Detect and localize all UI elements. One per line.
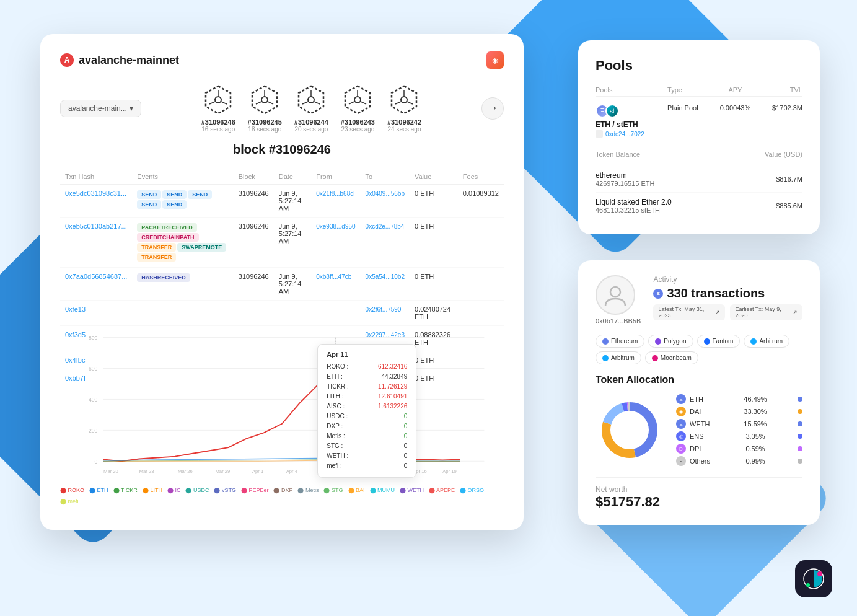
chain-badge-ethereum[interactable]: Ethereum bbox=[596, 335, 644, 348]
event-tag: CREDITCHAINPATH bbox=[137, 233, 198, 242]
svg-point-16 bbox=[354, 97, 361, 103]
chart-container: Apr 11 ROKO :612.32416ETH :44.32849TICKR… bbox=[60, 332, 504, 524]
network-icon: A bbox=[60, 53, 74, 67]
blockchain-card: A avalanche-mainnet ◈ avalanche-main... … bbox=[40, 34, 524, 530]
tooltip-label: DXP : bbox=[327, 421, 343, 431]
tx-fees bbox=[458, 268, 504, 301]
tooltip-row: ETH :44.32849 bbox=[327, 372, 407, 382]
event-tag: PACKETRECEIVED bbox=[137, 223, 196, 232]
tooltip-row: LITH :12.610491 bbox=[327, 392, 407, 402]
chain-badge-arbitrum[interactable]: Arbitrum bbox=[596, 351, 641, 364]
chain-badge-moonbeam[interactable]: Moonbeam bbox=[645, 351, 698, 364]
chain-dot bbox=[750, 338, 757, 345]
eth-mini-icon: Ξ bbox=[653, 289, 663, 299]
tooltip-label: STG : bbox=[327, 441, 343, 451]
tx-value: 0 ETH bbox=[410, 218, 458, 268]
tx-row-3[interactable]: 0xfe130x2f6f...75900.02480724 ETH bbox=[60, 301, 504, 326]
tx-to[interactable]: 0xcd2e...78b4 bbox=[366, 223, 405, 230]
tx-row-0[interactable]: 0xe5dc031098c31...SENDSENDSENDSENDSEND31… bbox=[60, 185, 504, 218]
token-amount-eth: 426979.16515 ETH bbox=[596, 180, 654, 187]
legend-label: • Others bbox=[676, 456, 713, 466]
event-tag: SWAPREMOTE bbox=[177, 243, 226, 252]
tx-from[interactable]: 0xe938...d950 bbox=[316, 223, 355, 230]
block-item-4[interactable]: #31096242 24 secs ago bbox=[387, 84, 421, 133]
legend-label: Ξ ETH bbox=[676, 394, 713, 404]
tx-from[interactable]: 0xb8ff...47cb bbox=[316, 273, 351, 280]
tx-hash[interactable]: 0xeb5c0130ab217... bbox=[65, 222, 127, 230]
tx-date: Jun 9, 5:27:14 AM bbox=[274, 185, 311, 218]
legend-pct: 15.59% bbox=[744, 420, 767, 428]
svg-text:Mar 26: Mar 26 bbox=[178, 469, 193, 474]
svg-point-48 bbox=[610, 287, 620, 297]
chain-badge-arbitrum[interactable]: Arbitrum bbox=[744, 335, 789, 348]
tx-row-2[interactable]: 0x7aa0d56854687...HASHRECEIVED31096246Ju… bbox=[60, 268, 504, 301]
user-icon bbox=[603, 283, 628, 307]
tx-block: 31096246 bbox=[234, 268, 274, 301]
legend-color-dot bbox=[798, 434, 802, 439]
chain-dot bbox=[602, 338, 609, 345]
col-date: Date bbox=[274, 169, 311, 185]
svg-line-13 bbox=[314, 102, 320, 104]
block-number-4: #31096242 bbox=[387, 118, 421, 126]
svg-text:0: 0 bbox=[95, 459, 98, 465]
col-to: To bbox=[361, 169, 410, 185]
next-blocks-button[interactable]: → bbox=[481, 97, 504, 120]
tx-hash[interactable]: 0x7aa0d56854687... bbox=[65, 273, 127, 280]
tx-to[interactable]: 0x2f6f...7590 bbox=[366, 306, 402, 313]
event-tag: SEND bbox=[137, 200, 161, 209]
tx-fees bbox=[458, 218, 504, 268]
eth-token-icon: Ξ bbox=[676, 394, 686, 404]
pools-card: Pools Pools Type APY TVL Ξ st ETH / stET… bbox=[578, 40, 820, 234]
wallet-address: 0x0b17...BB5B bbox=[596, 317, 641, 325]
block-hex-icon-1 bbox=[248, 84, 281, 116]
network-name: avalanche-mainnet bbox=[79, 54, 179, 67]
chain-label: Moonbeam bbox=[661, 354, 692, 361]
block-item-3[interactable]: #31096243 23 secs ago bbox=[341, 84, 375, 133]
tx-hash[interactable]: 0xe5dc031098c31... bbox=[65, 190, 126, 197]
block-item-2[interactable]: #31096244 20 secs ago bbox=[294, 84, 328, 133]
chain-dot bbox=[655, 338, 661, 345]
pool-row-eth-steth[interactable]: Ξ st ETH / stETH 0xdc24...7022 Plain Poo… bbox=[596, 97, 802, 143]
tooltip-row: USDC :0 bbox=[327, 411, 407, 421]
chain-label: Arbitrum bbox=[759, 338, 783, 345]
col-fees: Fees bbox=[458, 169, 504, 185]
tx-to[interactable]: 0x0409...56bb bbox=[366, 190, 405, 197]
chain-badge-polygon[interactable]: Polygon bbox=[648, 335, 693, 348]
tx-to[interactable]: 0x5a54...10b2 bbox=[366, 273, 405, 280]
legend-token-name: Others bbox=[690, 457, 710, 465]
tooltip-date: Apr 11 bbox=[327, 351, 407, 358]
network-dropdown[interactable]: avalanche-main... ▾ bbox=[60, 100, 141, 117]
block-item-1[interactable]: #31096245 18 secs ago bbox=[248, 84, 282, 133]
tx-date: Jun 9, 5:27:14 AM bbox=[274, 268, 311, 301]
chain-badge-fantom[interactable]: Fantom bbox=[697, 335, 741, 348]
allocation-content: Ξ ETH 46.49% ◈ DAI 33.30% Ξ WETH 15.59% … bbox=[596, 393, 802, 467]
block-time-0: 16 secs ago bbox=[201, 126, 235, 133]
tooltip-label: ROKO : bbox=[327, 362, 348, 372]
token-value-steth: $885.6M bbox=[776, 202, 802, 209]
block-number-3: #31096243 bbox=[341, 118, 375, 126]
blocks-list: #31096246 16 secs ago #31096245 18 secs … bbox=[149, 84, 474, 133]
token-info-steth: Liquid staked Ether 2.0 468110.32215 stE… bbox=[596, 198, 672, 214]
legend-color-dot bbox=[798, 421, 802, 426]
tx-row-1[interactable]: 0xeb5c0130ab217...PACKETRECEIVEDCREDITCH… bbox=[60, 218, 504, 268]
legend-label: D DPI bbox=[676, 444, 713, 454]
wallet-top: 0x0b17...BB5B Activity Ξ 330 transaction… bbox=[596, 275, 802, 325]
tx-value: 0 ETH bbox=[410, 185, 458, 218]
tx-hash[interactable]: 0xfe13 bbox=[65, 306, 86, 313]
ens-token-icon: ◎ bbox=[676, 431, 686, 441]
tx-value: 0 ETH bbox=[410, 268, 458, 301]
block-item-0[interactable]: #31096246 16 secs ago bbox=[201, 84, 235, 133]
net-worth-label: Net worth bbox=[596, 485, 802, 494]
tx-value: 0.02480724 ETH bbox=[410, 301, 458, 326]
chain-dot bbox=[652, 355, 658, 361]
tx-from[interactable]: 0x21f8...b68d bbox=[316, 190, 354, 197]
allocation-section: Token Allocation bbox=[596, 374, 802, 510]
svg-text:Apr 4: Apr 4 bbox=[286, 469, 298, 474]
svg-point-56 bbox=[612, 412, 648, 448]
card-header: A avalanche-mainnet ◈ bbox=[60, 51, 504, 69]
token-balance-label: Token Balance bbox=[596, 151, 640, 158]
dropdown-label: avalanche-main... bbox=[68, 104, 127, 113]
block-number-2: #31096244 bbox=[294, 118, 328, 126]
svg-text:200: 200 bbox=[89, 428, 98, 434]
tx-block bbox=[234, 301, 274, 326]
